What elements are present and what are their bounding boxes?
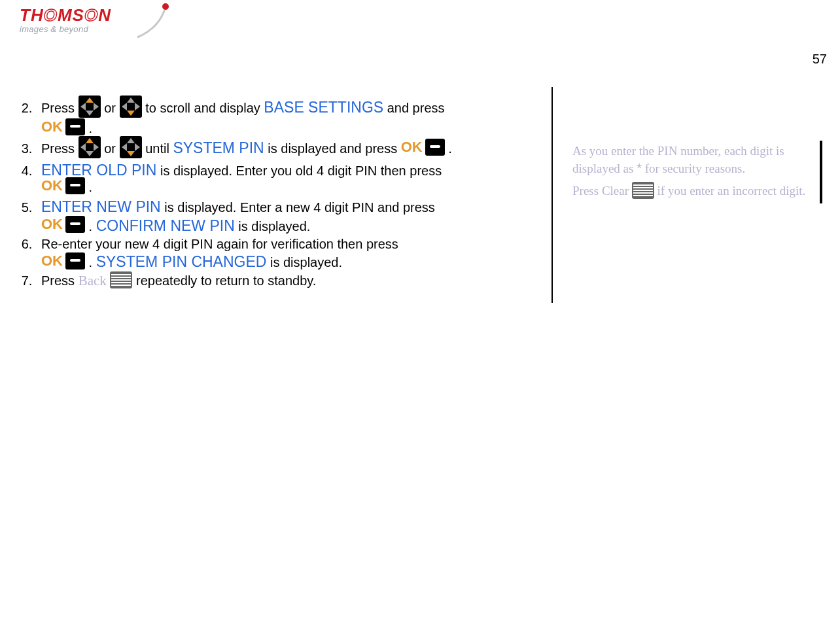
brand-letter: M	[58, 5, 73, 25]
clear-key-icon	[632, 182, 654, 199]
ok-key-icon: OK	[401, 138, 445, 156]
brand-tagline: images & beyond	[20, 24, 150, 34]
ok-label: OK	[401, 138, 423, 156]
brand-letter: N	[98, 5, 111, 25]
step-text: to scroll and display	[145, 101, 264, 115]
step-text: is displayed. Enter a new 4 digit PIN an…	[164, 200, 435, 215]
ok-label: OK	[41, 177, 63, 195]
step-text: .	[89, 121, 93, 135]
step-text: or	[104, 101, 119, 115]
side-note: As you enter the PIN number, each digit …	[572, 141, 822, 203]
ok-key-icon: OK	[41, 177, 85, 195]
step-5: ENTER NEW PIN is displayed. Enter a new …	[36, 198, 545, 236]
step-2: Press or to scroll and display BASE SETT…	[36, 98, 545, 139]
svg-point-0	[162, 3, 169, 10]
brand-letter: T	[20, 5, 31, 25]
display-term-enter-old-pin: ENTER OLD PIN	[41, 162, 156, 179]
step-text: Press	[41, 101, 79, 115]
step-text: is displayed.	[238, 219, 310, 234]
display-term-confirm-new-pin: CONFIRM NEW PIN	[96, 217, 235, 234]
page-number: 57	[813, 52, 827, 67]
ok-label: OK	[41, 252, 63, 270]
brand-logo-block: THOMSON images & beyond	[20, 5, 150, 28]
asterisk-icon: *	[637, 161, 642, 175]
display-term-enter-new-pin: ENTER NEW PIN	[41, 198, 161, 215]
side-text: for security reasons.	[642, 162, 745, 175]
brand-logo: THOMSON images & beyond	[20, 5, 150, 28]
swoosh-icon	[134, 1, 173, 41]
ok-label: OK	[41, 118, 63, 136]
display-term-system-pin: SYSTEM PIN	[173, 139, 264, 156]
step-text: Re-enter your new 4 digit PIN again for …	[41, 237, 398, 251]
side-text: if you enter an incorrect digit.	[657, 184, 806, 198]
step-text: or	[104, 141, 119, 156]
nav-up-icon	[79, 136, 101, 158]
ok-key-icon: OK	[41, 215, 85, 234]
vertical-divider	[551, 87, 553, 303]
ok-key-icon: OK	[41, 118, 85, 136]
side-note-paragraph: As you enter the PIN number, each digit …	[572, 143, 808, 177]
side-note-paragraph: Press Clear if you enter an incorrect di…	[572, 183, 808, 201]
display-term-base-settings: BASE SETTINGS	[264, 99, 383, 116]
step-text: .	[89, 219, 96, 234]
ok-key-icon: OK	[41, 252, 85, 270]
side-text: Press	[572, 184, 602, 198]
step-7: Press Back repeatedly to return to stand…	[36, 272, 545, 290]
brand-wordmark: THOMSON	[20, 5, 111, 25]
page: THOMSON images & beyond 57 Press or to s…	[0, 0, 840, 643]
step-4: ENTER OLD PIN is displayed. Enter you ol…	[36, 161, 545, 198]
step-text: is displayed. Enter you old 4 digit PIN …	[160, 164, 442, 178]
step-text: until	[145, 141, 173, 156]
nav-down-icon	[120, 136, 142, 158]
step-text: Press	[41, 273, 79, 288]
step-text: repeatedly to return to standby.	[136, 273, 316, 288]
step-text: is displayed.	[270, 255, 342, 269]
step-text: .	[448, 141, 452, 156]
display-term-system-pin-changed: SYSTEM PIN CHANGED	[96, 253, 267, 270]
brand-letter: O	[44, 5, 58, 25]
step-6: Re-enter your new 4 digit PIN again for …	[36, 236, 545, 272]
step-3: Press or until SYSTEM PIN is displayed a…	[36, 139, 545, 161]
back-key-icon	[110, 271, 132, 288]
nav-down-icon	[120, 96, 142, 118]
step-text: is displayed and press	[268, 141, 400, 156]
step-text: and press	[387, 101, 445, 115]
ok-label: OK	[41, 215, 63, 234]
clear-softkey-label: Clear	[602, 184, 629, 198]
brand-letter: H	[31, 5, 44, 25]
step-text: .	[89, 180, 93, 194]
brand-letter: O	[84, 5, 98, 25]
step-text: Press	[41, 141, 79, 156]
back-softkey-label: Back	[79, 273, 107, 288]
instruction-list: Press or to scroll and display BASE SETT…	[22, 98, 545, 290]
nav-up-icon	[79, 96, 101, 118]
brand-letter: S	[73, 5, 84, 25]
step-text: .	[89, 255, 96, 269]
